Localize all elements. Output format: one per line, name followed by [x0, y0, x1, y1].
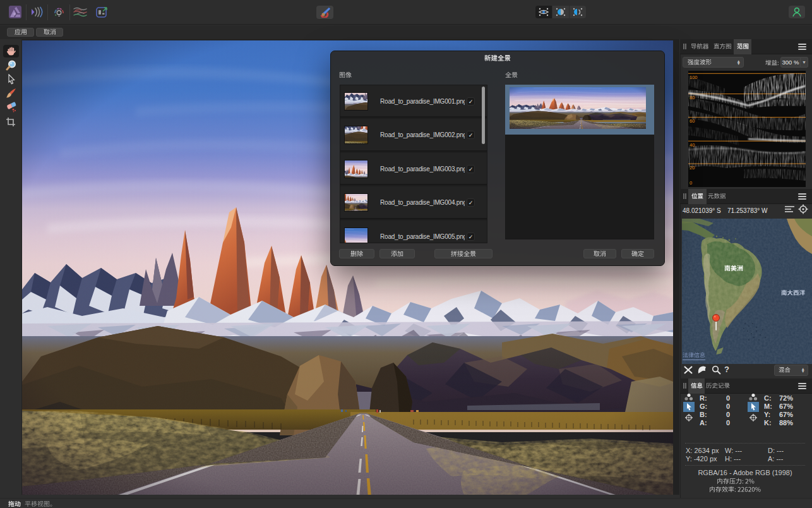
- svg-text:40: 40: [690, 142, 695, 148]
- svg-text:20: 20: [690, 165, 695, 171]
- svg-text:60: 60: [690, 118, 695, 124]
- svg-text:80: 80: [690, 95, 695, 100]
- svg-text:100: 100: [690, 75, 698, 80]
- svg-text:0: 0: [690, 180, 692, 186]
